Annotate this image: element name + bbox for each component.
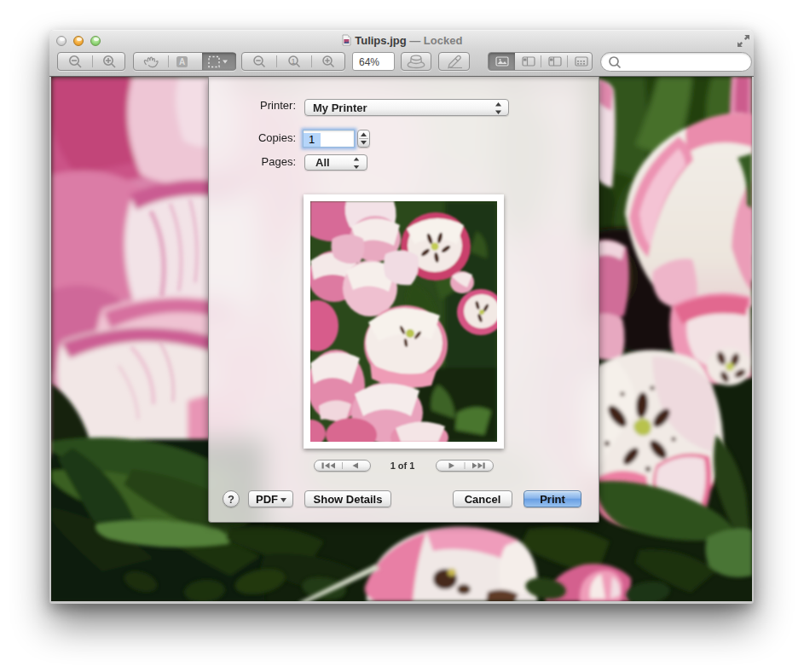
- svg-text:1: 1: [291, 57, 295, 66]
- svg-text:A: A: [179, 57, 185, 67]
